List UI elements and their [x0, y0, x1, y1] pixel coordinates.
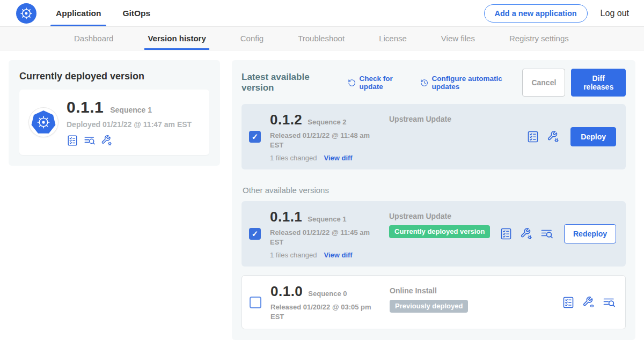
other-versions-heading: Other available versions — [243, 186, 626, 195]
kubernetes-logo-icon — [16, 3, 36, 24]
latest-version-title: Latest available version — [241, 72, 335, 93]
tab-gitops-label: GitOps — [122, 9, 150, 18]
view-diff-link[interactable]: View diff — [324, 154, 352, 162]
latest-version-header: Latest available version Check for updat… — [241, 69, 626, 97]
config-gear-icon[interactable] — [101, 135, 113, 146]
refresh-icon — [348, 78, 356, 87]
deploy-logs-icon[interactable] — [540, 227, 553, 240]
version-number: 0.1.1 — [270, 209, 302, 225]
version-history-panel: Latest available version Check for updat… — [232, 60, 635, 340]
version-row-0-1-1: ✓ 0.1.1 Sequence 1 Released 01/21/22 @ 1… — [241, 201, 626, 267]
currently-deployed-title: Currently deployed version — [19, 71, 209, 82]
version-source: Online Install Previously deployed — [390, 286, 562, 313]
previously-deployed-badge: Previously deployed — [390, 300, 468, 313]
preflight-checks-icon[interactable] — [500, 227, 513, 240]
deployed-version-info: 0.1.1 Sequence 1 Deployed 01/21/22 @ 11:… — [67, 98, 192, 146]
preflight-checks-icon[interactable] — [562, 296, 575, 309]
header-actions: Cancel Diff releases — [522, 69, 626, 97]
preflight-checks-icon[interactable] — [67, 135, 78, 146]
version-actions — [562, 296, 616, 309]
diff-releases-button[interactable]: Diff releases — [571, 69, 626, 97]
files-changed: 1 files changed — [270, 154, 317, 162]
version-sequence: Sequence 0 — [308, 290, 347, 298]
version-row-0-1-2: ✓ 0.1.2 Sequence 2 Released 01/21/22 @ 1… — [241, 104, 626, 169]
configure-automatic-updates-link[interactable]: Configure automatic updates — [420, 75, 522, 91]
view-config-icon[interactable] — [582, 296, 595, 309]
config-gear-icon[interactable] — [520, 227, 533, 240]
topnav-tabs: Application GitOps — [55, 0, 171, 26]
tab-application-label: Application — [56, 9, 101, 18]
released-timestamp: Released 01/21/22 @ 11:48 am EST — [270, 131, 375, 150]
config-gear-icon[interactable] — [547, 130, 560, 143]
tab-application[interactable]: Application — [55, 0, 102, 26]
active-subtab-underline — [144, 48, 209, 50]
check-for-update-link[interactable]: Check for update — [348, 75, 413, 91]
active-tab-underline — [50, 25, 106, 26]
log-out-link[interactable]: Log out — [601, 9, 629, 18]
kubernetes-heptagon-icon — [31, 110, 56, 134]
deployed-actions — [67, 135, 192, 146]
version-checkbox[interactable]: ✓ — [249, 131, 261, 143]
version-info: 0.1.1 Sequence 1 Released 01/21/22 @ 11:… — [270, 209, 389, 259]
version-number: 0.1.0 — [270, 283, 303, 300]
deploy-button[interactable]: Deploy — [570, 127, 616, 146]
version-source: Upstream Update Currently deployed versi… — [389, 212, 500, 238]
version-checkbox[interactable] — [250, 297, 261, 308]
version-actions: Deploy — [526, 127, 616, 146]
subtab-registry-settings[interactable]: Registry settings — [509, 27, 569, 50]
released-timestamp: Released 01/20/22 @ 03:05 pm EST — [270, 302, 376, 321]
subtab-license[interactable]: License — [379, 27, 407, 50]
deployed-timestamp: Deployed 01/21/22 @ 11:47 am EST — [67, 120, 192, 129]
add-new-application-button[interactable]: Add a new application — [484, 4, 588, 23]
top-nav: Application GitOps Add a new application… — [0, 0, 644, 27]
version-number: 0.1.2 — [270, 112, 302, 128]
version-sequence: Sequence 1 — [308, 215, 346, 223]
topnav-right: Add a new application Log out — [484, 0, 644, 26]
version-info: 0.1.2 Sequence 2 Released 01/21/22 @ 11:… — [270, 112, 389, 162]
currently-deployed-badge: Currently deployed version — [389, 225, 490, 238]
app-sub-nav: Dashboard Version history Config Trouble… — [0, 27, 644, 50]
version-sequence: Sequence 2 — [308, 118, 346, 126]
clock-refresh-icon — [420, 78, 428, 87]
subtab-view-files[interactable]: View files — [441, 27, 475, 50]
subtab-config[interactable]: Config — [240, 27, 264, 50]
deployed-version-number: 0.1.1 — [67, 98, 104, 116]
cancel-button[interactable]: Cancel — [522, 69, 565, 97]
currently-deployed-card: 0.1.1 Sequence 1 Deployed 01/21/22 @ 11:… — [19, 90, 209, 155]
preflight-checks-icon[interactable] — [526, 130, 539, 143]
released-timestamp: Released 01/21/22 @ 11:45 am EST — [270, 228, 375, 247]
version-info: 0.1.0 Sequence 0 Released 01/20/22 @ 03:… — [270, 283, 390, 321]
version-source: Upstream Update — [389, 115, 526, 123]
currently-deployed-panel: Currently deployed version 0.1.1 — [9, 60, 220, 166]
deploy-logs-icon[interactable] — [603, 296, 616, 309]
deploy-logs-icon[interactable] — [84, 135, 96, 146]
deployed-sequence: Sequence 1 — [110, 106, 152, 114]
view-diff-link[interactable]: View diff — [324, 251, 352, 259]
files-changed: 1 files changed — [270, 251, 317, 259]
tab-gitops[interactable]: GitOps — [121, 0, 151, 26]
subtab-troubleshoot[interactable]: Troubleshoot — [298, 27, 345, 50]
version-checkbox[interactable]: ✓ — [249, 228, 261, 240]
redeploy-button[interactable]: Redeploy — [564, 224, 616, 243]
app-logo — [29, 108, 58, 137]
subtab-version-history[interactable]: Version history — [148, 27, 206, 50]
subtab-dashboard[interactable]: Dashboard — [74, 27, 113, 50]
main-content: Currently deployed version 0.1.1 — [0, 50, 644, 340]
version-row-0-1-0: 0.1.0 Sequence 0 Released 01/20/22 @ 03:… — [241, 275, 626, 329]
version-actions: Redeploy — [500, 224, 616, 243]
